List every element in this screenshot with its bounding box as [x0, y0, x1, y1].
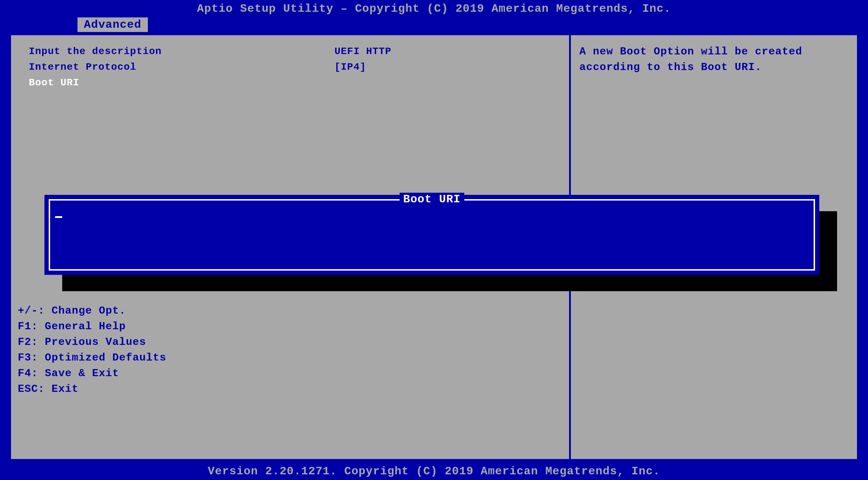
tab-row: Advanced: [0, 17, 868, 32]
bios-title: Aptio Setup Utility – Copyright (C) 2019…: [0, 0, 868, 17]
setting-label: Internet Protocol: [29, 59, 334, 75]
key-hint-f1: F1: General Help: [18, 319, 850, 334]
key-hint-f3: F3: Optimized Defaults: [18, 350, 850, 366]
help-text: A new Boot Option will be created accord…: [579, 44, 848, 75]
setting-value: [334, 75, 551, 91]
setting-label: Input the description: [29, 44, 334, 59]
dialog-frame: Boot URI: [49, 199, 815, 271]
key-hint-f2: F2: Previous Values: [18, 334, 850, 350]
setting-boot-uri[interactable]: Boot URI: [29, 75, 551, 91]
setting-value: [IP4]: [334, 59, 551, 75]
boot-uri-dialog: Boot URI: [44, 195, 819, 275]
setting-input-description[interactable]: Input the description UEFI HTTP: [29, 44, 551, 59]
bios-footer: Version 2.20.1271. Copyright (C) 2019 Am…: [0, 463, 868, 480]
key-legend: +/-: Change Opt. F1: General Help F2: Pr…: [9, 303, 859, 397]
setting-value: UEFI HTTP: [334, 44, 551, 59]
setting-internet-protocol[interactable]: Internet Protocol [IP4]: [29, 59, 551, 75]
tab-advanced[interactable]: Advanced: [77, 17, 148, 32]
text-cursor: [55, 216, 62, 218]
setting-label: Boot URI: [29, 75, 334, 91]
key-hint-esc: ESC: Exit: [18, 381, 850, 397]
dialog-title: Boot URI: [400, 193, 464, 206]
key-hint-f4: F4: Save & Exit: [18, 366, 850, 381]
key-hint-change-opt: +/-: Change Opt.: [18, 303, 850, 319]
